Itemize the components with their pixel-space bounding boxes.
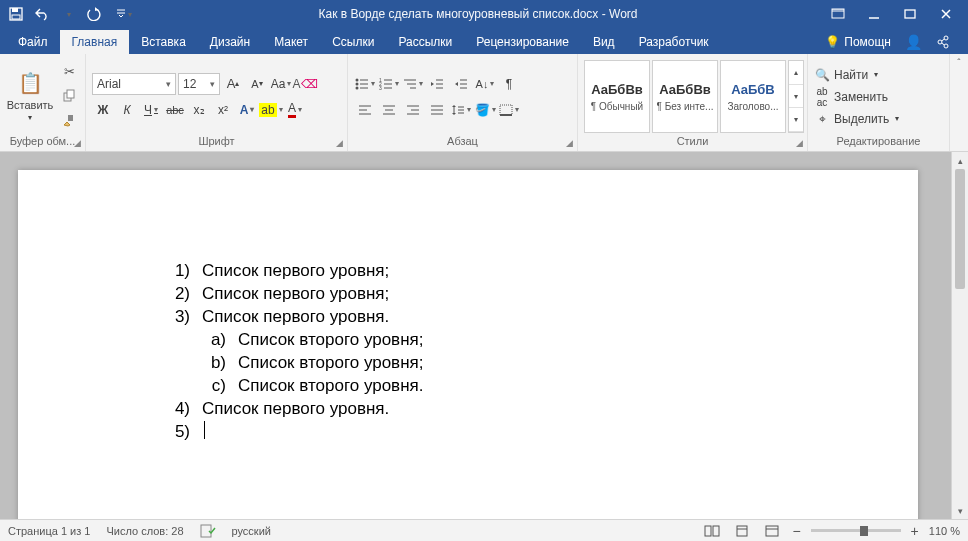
svg-rect-50	[500, 105, 512, 115]
gallery-expand-icon[interactable]: ▾	[789, 108, 803, 132]
account-icon[interactable]: 👤	[905, 34, 922, 50]
page[interactable]: 1)Список первого уровня;2)Список первого…	[18, 170, 918, 519]
qat-customize-icon[interactable]	[116, 6, 132, 22]
zoom-level[interactable]: 110 %	[929, 525, 960, 537]
replace-button[interactable]: abacЗаменить	[814, 87, 943, 107]
list-item[interactable]: 2)Список первого уровня;	[168, 283, 918, 306]
undo-icon[interactable]	[34, 6, 50, 22]
style-normal[interactable]: АаБбВв ¶ Обычный	[584, 60, 650, 133]
list-item[interactable]: 4)Список первого уровня.	[168, 398, 918, 421]
tab-layout[interactable]: Макет	[262, 30, 320, 54]
style-no-spacing[interactable]: АаБбВв ¶ Без инте...	[652, 60, 718, 133]
change-case-icon[interactable]: Aa	[270, 73, 292, 95]
align-right-icon[interactable]	[402, 99, 424, 121]
clipboard-launcher-icon[interactable]: ◢	[74, 138, 81, 148]
bulb-icon: 💡	[825, 35, 840, 49]
grow-font-icon[interactable]: A▴	[222, 73, 244, 95]
scroll-down-icon[interactable]: ▾	[952, 502, 968, 519]
maximize-icon[interactable]	[902, 6, 918, 22]
page-scroll[interactable]: 1)Список первого уровня;2)Список первого…	[0, 152, 951, 519]
tab-review[interactable]: Рецензирование	[464, 30, 581, 54]
status-lang[interactable]: русский	[232, 525, 271, 537]
clear-format-icon[interactable]: A⌫	[294, 73, 316, 95]
borders-icon[interactable]	[498, 99, 520, 121]
list-item[interactable]: b)Список второго уровня;	[168, 352, 918, 375]
undo-dropdown-icon[interactable]	[60, 6, 76, 22]
status-page[interactable]: Страница 1 из 1	[8, 525, 90, 537]
copy-icon[interactable]	[58, 85, 80, 107]
italic-button[interactable]: К	[116, 99, 138, 121]
tab-design[interactable]: Дизайн	[198, 30, 262, 54]
strike-button[interactable]: abc	[164, 99, 186, 121]
font-color-icon[interactable]: A	[284, 99, 306, 121]
increase-indent-icon[interactable]	[450, 73, 472, 95]
font-launcher-icon[interactable]: ◢	[336, 138, 343, 148]
sort-icon[interactable]: A↓	[474, 73, 496, 95]
zoom-slider[interactable]	[811, 529, 901, 532]
save-icon[interactable]	[8, 6, 24, 22]
redo-icon[interactable]	[86, 6, 102, 22]
scroll-up-icon[interactable]: ▴	[952, 152, 968, 169]
styles-launcher-icon[interactable]: ◢	[796, 138, 803, 148]
list-item[interactable]: 1)Список первого уровня;	[168, 260, 918, 283]
vertical-scrollbar[interactable]: ▴ ▾	[951, 152, 968, 519]
tab-view[interactable]: Вид	[581, 30, 627, 54]
spellcheck-icon[interactable]	[200, 524, 216, 538]
tab-insert[interactable]: Вставка	[129, 30, 198, 54]
highlight-icon[interactable]: ab	[260, 99, 282, 121]
justify-icon[interactable]	[426, 99, 448, 121]
superscript-button[interactable]: x²	[212, 99, 234, 121]
tab-developer[interactable]: Разработчик	[627, 30, 721, 54]
close-icon[interactable]	[938, 6, 954, 22]
select-button[interactable]: ⌖Выделить▾	[814, 109, 943, 129]
list-item[interactable]: 5)	[168, 421, 918, 444]
scroll-thumb[interactable]	[955, 169, 965, 289]
font-name-combo[interactable]: Arial▾	[92, 73, 176, 95]
subscript-button[interactable]: x₂	[188, 99, 210, 121]
status-words[interactable]: Число слов: 28	[106, 525, 183, 537]
list-item[interactable]: 3)Список первого уровня.	[168, 306, 918, 329]
shrink-font-icon[interactable]: A▾	[246, 73, 268, 95]
zoom-in-icon[interactable]: +	[911, 523, 919, 539]
list-item[interactable]: c)Список второго уровня.	[168, 375, 918, 398]
tab-file[interactable]: Файл	[6, 30, 60, 54]
cut-icon[interactable]: ✂	[58, 61, 80, 83]
line-spacing-icon[interactable]	[450, 99, 472, 121]
zoom-out-icon[interactable]: −	[792, 523, 800, 539]
read-mode-icon[interactable]	[702, 523, 722, 539]
bold-button[interactable]: Ж	[92, 99, 114, 121]
share-button[interactable]	[936, 35, 950, 49]
print-layout-icon[interactable]	[732, 523, 752, 539]
align-left-icon[interactable]	[354, 99, 376, 121]
bullets-icon[interactable]	[354, 73, 376, 95]
underline-button[interactable]: Ч	[140, 99, 162, 121]
tab-mailings[interactable]: Рассылки	[386, 30, 464, 54]
style-heading1[interactable]: АаБбВ Заголово...	[720, 60, 786, 133]
numbering-icon[interactable]: 123	[378, 73, 400, 95]
decrease-indent-icon[interactable]	[426, 73, 448, 95]
paste-button[interactable]: 📋 Вставить ▾	[6, 58, 54, 133]
svg-rect-12	[68, 115, 73, 121]
scroll-up-icon[interactable]: ▴	[789, 61, 803, 85]
find-button[interactable]: 🔍Найти▾	[814, 65, 943, 85]
tab-home[interactable]: Главная	[60, 30, 130, 54]
pilcrow-icon[interactable]: ¶	[498, 73, 520, 95]
tell-me[interactable]: 💡 Помощн	[825, 35, 891, 49]
web-layout-icon[interactable]	[762, 523, 782, 539]
scroll-down-icon[interactable]: ▾	[789, 85, 803, 109]
align-center-icon[interactable]	[378, 99, 400, 121]
paragraph-launcher-icon[interactable]: ◢	[566, 138, 573, 148]
collapse-ribbon-icon[interactable]: ˆ	[957, 58, 960, 69]
svg-point-15	[356, 82, 359, 85]
svg-rect-53	[705, 526, 711, 536]
multilevel-icon[interactable]	[402, 73, 424, 95]
font-size-combo[interactable]: 12▾	[178, 73, 220, 95]
list-item[interactable]: a)Список второго уровня;	[168, 329, 918, 352]
shading-icon[interactable]: 🪣	[474, 99, 496, 121]
format-painter-icon[interactable]	[58, 109, 80, 131]
minimize-icon[interactable]	[866, 6, 882, 22]
text-effects-icon[interactable]: A	[236, 99, 258, 121]
tab-references[interactable]: Ссылки	[320, 30, 386, 54]
ribbon-options-icon[interactable]	[830, 6, 846, 22]
styles-scroll[interactable]: ▴ ▾ ▾	[788, 60, 804, 133]
